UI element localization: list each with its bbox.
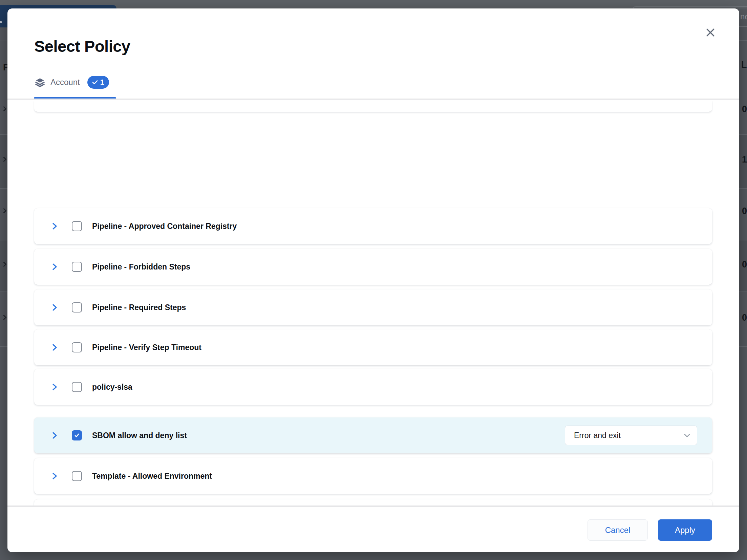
chevron-right-icon — [50, 262, 59, 271]
expand-chevron-button[interactable] — [50, 472, 59, 480]
background-row-line — [0, 292, 7, 292]
expand-chevron-button[interactable] — [50, 431, 59, 440]
action-select[interactable]: Error and exit — [565, 426, 697, 445]
background-row-caret-icon — [1, 106, 7, 112]
policy-checkbox[interactable] — [72, 221, 82, 231]
policy-row: Template - Approval — [34, 499, 712, 505]
expand-chevron-button[interactable] — [50, 303, 59, 312]
policy-label: Template - Allowed Environment — [92, 472, 212, 481]
policy-row-partial — [34, 100, 712, 112]
chevron-right-icon — [50, 472, 59, 480]
background-row-line — [0, 240, 7, 240]
policy-label: Pipeline - Forbidden Steps — [92, 262, 190, 272]
plus-icon — [0, 17, 3, 27]
policy-checkbox[interactable] — [72, 430, 82, 440]
chevron-right-icon — [50, 383, 59, 391]
policy-row: Pipeline - Required Steps — [34, 289, 712, 325]
expand-chevron-button[interactable] — [50, 343, 59, 352]
chevron-right-icon — [50, 222, 59, 231]
background-row-line — [0, 346, 7, 347]
background-button-text-fragment: ne — [740, 12, 747, 22]
policy-label: Pipeline - Verify Step Timeout — [92, 343, 201, 352]
select-policy-modal: Select Policy Account 1 Pip — [7, 8, 739, 552]
policy-row: Pipeline - Verify Step Timeout — [34, 329, 712, 365]
apply-button[interactable]: Apply — [658, 519, 712, 541]
background-row-caret-icon — [1, 208, 7, 214]
policy-label: SBOM allow and deny list — [92, 431, 187, 440]
screen: ne P L 0 1 0 0 0 Select Policy — [0, 0, 747, 560]
background-row-line — [739, 188, 747, 189]
background-row-line — [739, 346, 747, 347]
check-icon — [92, 80, 98, 85]
background-row-caret-icon — [1, 315, 7, 320]
background-row-line — [739, 134, 747, 135]
background-cell-value: 0 — [742, 313, 747, 323]
background-row-line — [739, 292, 747, 292]
policy-list: Pipeline - Approved Container Registry P… — [7, 100, 739, 505]
policy-row: Template - Allowed Environment — [34, 458, 712, 494]
expand-chevron-button[interactable] — [50, 262, 59, 271]
background-right-column-header: L — [741, 60, 747, 70]
chevron-right-icon — [50, 431, 59, 440]
check-icon — [74, 432, 80, 438]
background-cell-value: 0 — [742, 206, 747, 216]
page-title: Select Policy — [34, 37, 130, 56]
close-icon — [706, 28, 715, 37]
tab-account[interactable]: Account 1 — [35, 76, 109, 89]
policy-checkbox[interactable] — [72, 342, 82, 352]
background-row-line — [0, 134, 7, 135]
background-row-line — [0, 188, 7, 189]
policy-row: Pipeline - Approved Container Registry — [34, 208, 712, 244]
background-divider — [739, 40, 747, 41]
selected-count-badge: 1 — [87, 76, 109, 89]
background-cell-value: 0 — [742, 104, 747, 114]
policy-row: policy-slsa — [34, 369, 712, 405]
tab-label: Account — [50, 78, 80, 87]
badge-count: 1 — [100, 78, 104, 87]
layers-icon — [35, 77, 45, 87]
close-button[interactable] — [704, 26, 717, 39]
chevron-down-icon — [684, 434, 690, 437]
footer-divider — [7, 505, 739, 507]
background-divider — [0, 41, 7, 41]
policy-checkbox[interactable] — [72, 471, 82, 481]
policy-checkbox[interactable] — [72, 262, 82, 272]
background-cell-value: 1 — [742, 154, 747, 165]
policy-row: SBOM allow and deny list Error and exit — [34, 417, 712, 453]
chevron-right-icon — [50, 303, 59, 312]
policy-label: Pipeline - Required Steps — [92, 303, 186, 312]
policy-label: Pipeline - Approved Container Registry — [92, 222, 237, 231]
background-cell-value: 0 — [742, 259, 747, 270]
expand-chevron-button[interactable] — [50, 383, 59, 391]
policy-checkbox[interactable] — [72, 382, 82, 392]
action-select-value: Error and exit — [574, 431, 621, 440]
chevron-right-icon — [50, 343, 59, 352]
background-row-line — [739, 240, 747, 240]
expand-chevron-button[interactable] — [50, 222, 59, 231]
cancel-button[interactable]: Cancel — [588, 519, 648, 541]
policy-row: Pipeline - Forbidden Steps — [34, 249, 712, 285]
policy-label: policy-slsa — [92, 383, 132, 392]
policy-checkbox[interactable] — [72, 302, 82, 313]
